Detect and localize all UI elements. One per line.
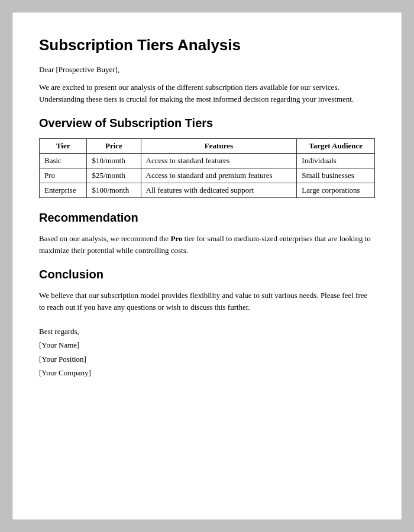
recommendation-highlight: Pro xyxy=(170,234,182,243)
closing-line-4: [Your Company] xyxy=(39,366,375,379)
cell-tier-2: Enterprise xyxy=(40,183,87,198)
cell-features-2: All features with dedicated support xyxy=(141,183,297,198)
tier-table: Tier Price Features Target Audience Basi… xyxy=(39,138,375,198)
closing-line-2: [Your Name] xyxy=(39,338,375,352)
conclusion-section-title: Conclusion xyxy=(39,268,375,281)
recommendation-body: Based on our analysis, we recommend the … xyxy=(39,233,375,256)
cell-price-1: $25/month xyxy=(87,168,141,183)
cell-tier-1: Pro xyxy=(40,168,87,183)
table-row: Basic $10/month Access to standard featu… xyxy=(40,154,375,168)
cell-price-2: $100/month xyxy=(87,183,141,198)
cell-price-0: $10/month xyxy=(87,154,141,168)
cell-features-1: Access to standard and premium features xyxy=(141,168,297,183)
cell-audience-1: Small businesses xyxy=(297,168,375,183)
closing-line-3: [Your Position] xyxy=(39,352,375,366)
overview-section-title: Overview of Subscription Tiers xyxy=(39,116,375,130)
cell-features-0: Access to standard features xyxy=(141,154,297,168)
main-title: Subscription Tiers Analysis xyxy=(39,36,375,54)
closing-line-1: Best regards, xyxy=(39,325,375,338)
document-page: Subscription Tiers Analysis Dear [Prospe… xyxy=(12,12,402,520)
cell-audience-2: Large corporations xyxy=(297,183,375,198)
col-header-price: Price xyxy=(87,139,141,154)
col-header-audience: Target Audience xyxy=(297,139,375,154)
table-row: Enterprise $100/month All features with … xyxy=(40,183,375,198)
col-header-tier: Tier xyxy=(40,139,87,154)
intro-text: We are excited to present our analysis o… xyxy=(39,82,375,105)
recommendation-prefix: Based on our analysis, we recommend the xyxy=(39,234,170,243)
salutation: Dear [Prospective Buyer], xyxy=(39,65,375,74)
table-header-row: Tier Price Features Target Audience xyxy=(40,139,375,154)
cell-audience-0: Individuals xyxy=(297,154,375,168)
conclusion-body: We believe that our subscription model p… xyxy=(39,290,375,313)
col-header-features: Features xyxy=(141,139,297,154)
recommendation-section-title: Recommendation xyxy=(39,211,375,225)
closing-block: Best regards, [Your Name] [Your Position… xyxy=(39,325,375,380)
table-row: Pro $25/month Access to standard and pre… xyxy=(40,168,375,183)
cell-tier-0: Basic xyxy=(40,154,87,168)
